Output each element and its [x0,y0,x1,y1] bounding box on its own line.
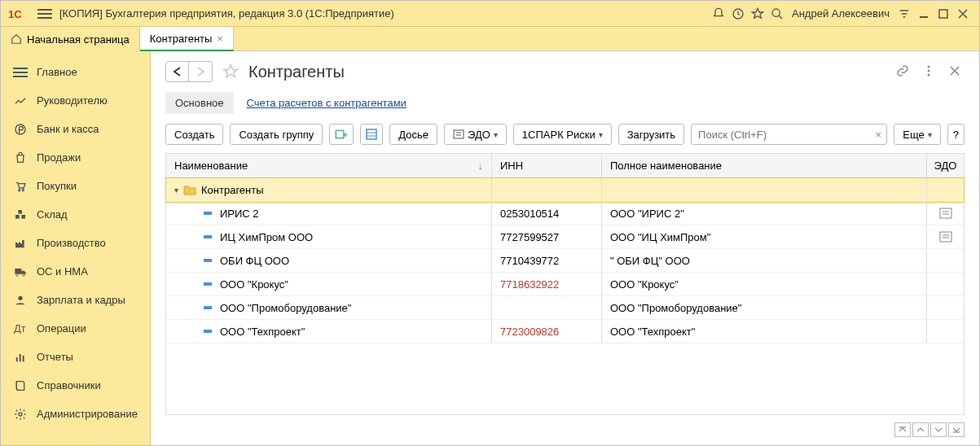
row-full: ООО "Промоборудование" [602,296,927,319]
row-inn [492,296,602,319]
row-inn: 7727599527 [492,225,602,248]
item-marker-icon [204,306,212,309]
chevron-down-icon: ▾ [494,130,498,139]
sidebar-item-stock[interactable]: Склад [1,200,150,229]
sidebar-item-label: Руководителю [37,94,108,107]
new-folder-button[interactable] [329,124,354,145]
svg-rect-9 [21,215,25,219]
row-full: ООО "ИЦ ХимПром" [602,225,927,248]
scroll-up-button[interactable] [912,422,929,437]
sidebar: Главное Руководителю Банк и касса Продаж… [1,51,151,446]
truck-icon [12,265,29,278]
row-name: ООО "Промоборудование" [220,302,351,314]
sidebar-item-catalogs[interactable]: Справочники [1,371,150,400]
table-row[interactable]: ООО "Промоборудование"ООО "Промоборудова… [166,296,964,320]
scroll-top-button[interactable] [894,422,911,437]
svg-point-13 [18,295,22,300]
svg-point-6 [19,189,20,190]
table-row[interactable]: ИЦ ХимПром ООО7727599527ООО "ИЦ ХимПром" [166,225,964,249]
row-edo [927,273,964,295]
tab-current[interactable]: Контрагенты × [140,27,234,51]
dossier-button[interactable]: Досье [389,124,437,145]
close-page-icon[interactable] [945,61,965,81]
boxes-icon [12,208,29,221]
more-label: Еще [903,129,924,141]
user-name[interactable]: Андрей Алексеевич [792,7,890,20]
row-inn: 7718632922 [492,273,602,295]
svg-rect-29 [940,208,951,218]
scroll-bottom-button[interactable] [948,422,965,437]
app-title: [КОПИЯ] Бухгалтерия предприятия, редакци… [59,7,394,20]
settings-icon[interactable] [894,4,914,24]
sidebar-item-bank[interactable]: Банк и касса [1,115,150,143]
row-edo [927,320,964,343]
row-full: ООО "ИРИС 2" [602,202,927,225]
more-vert-icon[interactable] [919,61,938,81]
sidebar-item-ops[interactable]: Дт КтОперации [1,314,150,343]
sidebar-item-admin[interactable]: Администрирование [1,400,150,428]
table-row[interactable]: ОБИ ФЦ ООО7710439772" ОБИ ФЦ" ООО [166,249,964,273]
nav-forward-button[interactable] [189,62,212,81]
col-edo-header[interactable]: ЭДО [927,154,964,177]
sidebar-item-head[interactable]: Руководителю [1,86,150,115]
close-icon[interactable] [953,4,973,24]
search-clear-icon[interactable]: × [870,129,886,141]
factory-icon [12,237,29,250]
bag-icon [12,151,29,164]
nav-back-button[interactable] [166,62,189,81]
table-row[interactable]: ООО "Техпроект"7723009826ООО "Техпроект" [166,320,964,343]
trend-icon [12,94,29,107]
sidebar-item-label: Продажи [37,151,81,164]
list-view-button[interactable] [360,124,383,145]
create-group-button[interactable]: Создать группу [230,124,323,145]
sidebar-item-label: Зарплата и кадры [37,294,125,306]
sidebar-item-label: Склад [37,208,68,221]
favorite-star-icon[interactable] [221,62,240,81]
history-icon[interactable] [728,4,748,24]
search-input[interactable]: × [691,124,887,145]
sidebar-item-sales[interactable]: Продажи [1,143,150,172]
search-icon[interactable] [767,4,787,24]
create-button[interactable]: Создать [165,124,223,145]
more-button[interactable]: Еще▾ [894,124,940,145]
svg-point-7 [22,189,24,190]
scroll-down-button[interactable] [930,422,947,437]
collapse-icon[interactable]: ▾ [174,186,178,195]
sidebar-item-label: Отчеты [37,351,73,363]
sidebar-item-salary[interactable]: Зарплата и кадры [1,286,150,314]
row-name: ООО "Техпроект" [220,326,305,338]
table-row[interactable]: ООО "Крокус"7718632922ООО "Крокус" [166,273,964,296]
load-button[interactable]: Загрузить [618,124,684,145]
search-field[interactable] [692,129,870,141]
subtab-accounts[interactable]: Счета расчетов с контрагентами [237,92,416,114]
sidebar-item-buy[interactable]: Покупки [1,172,150,200]
minimize-icon[interactable] [914,4,934,24]
sidebar-item-reports[interactable]: Отчеты [1,343,150,371]
col-name-header[interactable]: Наименование↓ [166,154,492,177]
row-name: ИРИС 2 [220,208,259,220]
svg-rect-15 [16,357,18,361]
row-edo [927,202,964,225]
help-button[interactable]: ? [947,124,965,145]
row-full: ООО "Крокус" [602,273,927,295]
scroll-buttons [894,422,965,437]
subtab-main[interactable]: Основное [165,92,234,114]
spark-button[interactable]: 1СПАРК Риски▾ [513,124,612,145]
menu-icon[interactable] [35,4,55,24]
edo-button[interactable]: ЭДО▾ [444,124,507,145]
table-row[interactable]: ИРИС 20253010514ООО "ИРИС 2" [166,202,964,225]
nav-buttons [165,61,213,82]
maximize-icon[interactable] [934,4,953,24]
sidebar-item-label: Справочники [37,379,101,391]
sidebar-item-os[interactable]: ОС и НМА [1,257,150,286]
sidebar-item-main[interactable]: Главное [1,58,150,86]
star-icon[interactable] [748,4,767,24]
col-full-header[interactable]: Полное наименование [602,154,927,177]
link-icon[interactable] [893,61,912,81]
tab-close-icon[interactable]: × [217,33,223,45]
tab-home[interactable]: Начальная страница [1,27,140,51]
col-inn-header[interactable]: ИНН [492,154,602,177]
bell-icon[interactable] [709,4,728,24]
group-row[interactable]: ▾ Контрагенты [166,178,964,202]
sidebar-item-prod[interactable]: Производство [1,229,150,257]
